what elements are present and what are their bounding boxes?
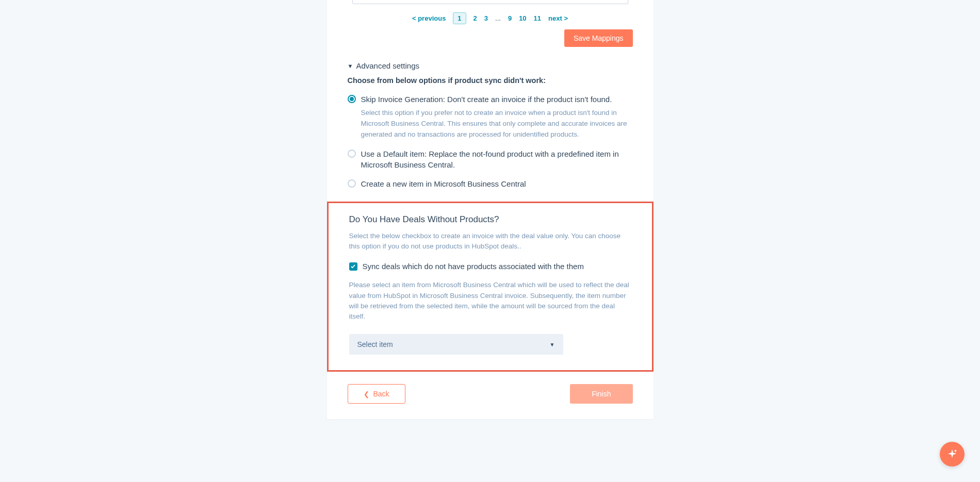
sync-deals-row: Sync deals which do not have products as… — [349, 262, 631, 280]
sync-deals-checkbox-label: Sync deals which do not have products as… — [363, 262, 584, 271]
radio-default-item-input[interactable] — [348, 149, 356, 158]
finish-button[interactable]: Finish — [570, 384, 632, 404]
select-item-placeholder: Select item — [357, 340, 393, 348]
save-mappings-button[interactable]: Save Mappings — [564, 29, 633, 47]
select-item-dropdown[interactable]: Select item ▼ — [349, 334, 563, 355]
radio-skip-invoice-desc: Select this option if you prefer not to … — [348, 105, 633, 140]
pagination-next[interactable]: next > — [548, 14, 568, 22]
help-fab[interactable] — [940, 442, 965, 467]
deals-without-products-section: Do You Have Deals Without Products? Sele… — [327, 202, 654, 372]
advanced-settings-toggle[interactable]: ▼ Advanced settings — [348, 56, 633, 76]
triangle-down-icon: ▼ — [348, 63, 353, 69]
pagination-page-2[interactable]: 2 — [473, 14, 477, 22]
radio-skip-invoice: Skip Invoice Generation: Don't create an… — [348, 94, 633, 148]
advanced-settings-label: Advanced settings — [356, 61, 419, 70]
footer-actions: ❮ Back Finish — [327, 372, 654, 404]
deals-desc: Select the below checkbox to create an i… — [349, 231, 631, 262]
pagination-page-11[interactable]: 11 — [534, 14, 541, 22]
deals-heading: Do You Have Deals Without Products? — [349, 214, 631, 231]
radio-skip-invoice-label: Skip Invoice Generation: Don't create an… — [361, 94, 612, 105]
radio-skip-invoice-input[interactable] — [348, 95, 356, 103]
pagination-page-3[interactable]: 3 — [484, 14, 488, 22]
sparkle-icon — [946, 448, 958, 460]
pagination-page-10[interactable]: 10 — [519, 14, 526, 22]
pagination: < previous 1 2 3 ... 9 10 11 next > — [327, 4, 654, 29]
advanced-settings: ▼ Advanced settings Choose from below op… — [327, 56, 654, 192]
main-card: < previous 1 2 3 ... 9 10 11 next > Save… — [327, 0, 654, 419]
pagination-page-1[interactable]: 1 — [453, 12, 466, 24]
radio-default-item-label: Use a Default item: Replace the not-foun… — [361, 148, 633, 170]
radio-create-item-input[interactable] — [348, 179, 356, 188]
save-row: Save Mappings — [327, 29, 654, 56]
pagination-page-9[interactable]: 9 — [508, 14, 512, 22]
pagination-ellipsis: ... — [495, 14, 501, 22]
choose-instructions: Choose from below options if product syn… — [348, 76, 633, 94]
radio-create-item: Create a new item in Microsoft Business … — [348, 178, 633, 192]
table-bottom-edge — [352, 0, 628, 4]
radio-create-item-label: Create a new item in Microsoft Business … — [361, 178, 526, 189]
back-button[interactable]: ❮ Back — [348, 384, 405, 404]
sync-deals-checkbox[interactable] — [349, 262, 357, 271]
back-button-label: Back — [373, 390, 389, 398]
radio-checked-icon — [350, 97, 354, 101]
pagination-prev[interactable]: < previous — [412, 14, 446, 22]
select-item-desc: Please select an item from Microsoft Bus… — [349, 280, 631, 334]
radio-default-item: Use a Default item: Replace the not-foun… — [348, 148, 633, 178]
checkmark-icon — [350, 263, 356, 269]
chevron-left-icon: ❮ — [364, 390, 369, 398]
caret-down-icon: ▼ — [550, 342, 555, 347]
